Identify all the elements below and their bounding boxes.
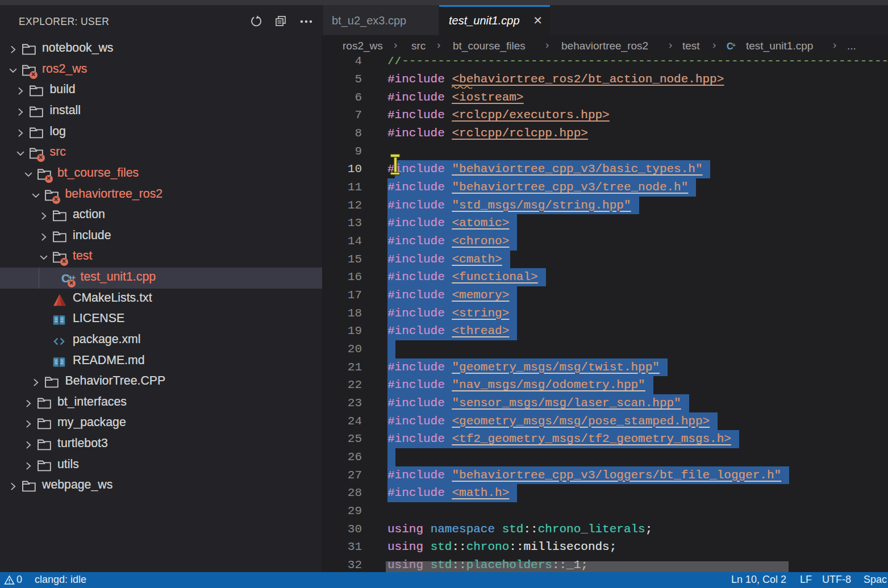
svg-text:+: +: [732, 42, 736, 48]
